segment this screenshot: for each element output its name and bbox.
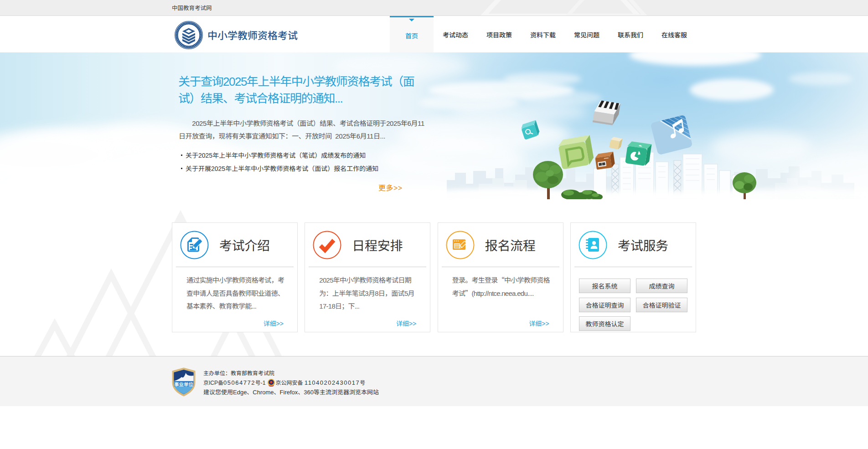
svg-text:事业单位: 事业单位 xyxy=(174,381,193,387)
